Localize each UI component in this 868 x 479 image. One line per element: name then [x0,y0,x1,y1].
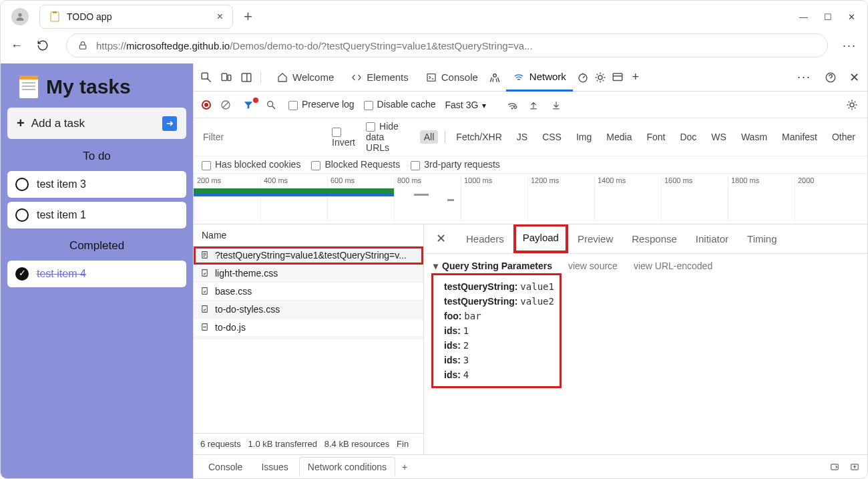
type-filter-img[interactable]: Img [572,130,596,144]
request-list-header[interactable]: Name [194,224,423,247]
help-icon[interactable] [825,71,838,84]
invert-checkbox[interactable]: Invert [332,126,355,148]
drawer-tab-network-conditions[interactable]: Network conditions [299,457,395,476]
refresh-button[interactable] [37,39,55,51]
memory-icon[interactable] [594,71,608,84]
blocked-requests-checkbox[interactable]: Blocked Requests [311,159,400,170]
clear-icon[interactable] [220,100,234,110]
request-row[interactable]: to-do.js [194,319,423,337]
search-icon[interactable] [266,100,279,110]
file-type-icon [200,251,210,259]
import-har-icon[interactable] [529,100,542,110]
type-filter-all[interactable]: All [420,130,439,144]
detail-tab-response[interactable]: Response [622,224,686,253]
svg-point-0 [18,13,21,17]
drawer-tab-issues[interactable]: Issues [253,458,296,476]
devtools-tabbar: Welcome Elements Console Network + ··· [194,63,867,92]
browser-tab[interactable]: TODO app × [39,5,233,29]
window-close-icon[interactable]: ✕ [848,12,855,22]
type-filter-manifest[interactable]: Manifest [778,130,821,144]
type-filter-js[interactable]: JS [513,130,531,144]
detail-tab-initiator[interactable]: Initiator [686,224,738,253]
drawer-expand-icon[interactable] [829,462,841,472]
window-maximize-icon[interactable]: ☐ [824,12,832,22]
profile-avatar[interactable] [11,8,29,25]
drawer-collapse-icon[interactable] [849,462,861,472]
inspect-element-icon[interactable] [200,71,214,84]
type-filter-doc[interactable]: Doc [676,130,700,144]
record-icon[interactable] [202,100,211,110]
throttling-select[interactable]: Fast 3G [445,100,497,110]
task-row[interactable]: test item 4 [7,261,186,287]
more-tabs-plus-icon[interactable]: + [629,70,642,84]
type-filter-font[interactable]: Font [642,130,669,144]
device-toolbar-icon[interactable] [220,71,234,84]
detail-tab-headers[interactable]: Headers [457,224,513,253]
waterfall-tick: 2000 [795,176,861,222]
type-filter-wasm[interactable]: Wasm [737,130,771,144]
tab-close-icon[interactable]: × [217,11,223,23]
hide-data-urls-checkbox[interactable]: Hide data URLs [366,121,409,153]
add-task-label: Add a task [31,117,85,130]
sources-icon[interactable] [489,71,502,84]
done-list: test item 4 [7,261,186,287]
dock-side-icon[interactable] [240,71,254,84]
submit-arrow-icon[interactable]: ➜ [162,116,177,131]
task-checkbox[interactable] [15,178,29,191]
type-filter-css[interactable]: CSS [538,130,566,144]
task-row[interactable]: test item 3 [7,171,186,198]
request-row[interactable]: base.css [194,283,423,301]
devtools-more-icon[interactable]: ··· [793,70,815,84]
task-label: test item 1 [37,209,86,221]
param-value: 3 [463,355,469,365]
new-tab-button[interactable]: + [238,5,258,28]
network-conditions-icon[interactable] [506,100,519,110]
tab-network[interactable]: Network [506,63,573,92]
svg-rect-28 [202,288,208,295]
tab-console[interactable]: Console [419,63,485,92]
disable-cache-checkbox[interactable]: Disable cache [364,99,436,110]
task-checkbox-checked[interactable] [15,267,29,281]
browser-tabstrip: TODO app × + — ☐ ✕ [1,1,867,33]
request-row[interactable]: ?testQueryString=value1&testQueryString=… [194,247,423,265]
blocked-cookies-checkbox[interactable]: Has blocked cookies [202,159,300,170]
request-name: to-do.js [215,322,246,333]
filter-input[interactable] [202,130,321,144]
application-icon[interactable] [612,71,625,84]
type-filter-other[interactable]: Other [828,130,859,144]
export-har-icon[interactable] [552,100,565,110]
devtools-close-icon[interactable]: ✕ [847,70,861,85]
detail-tab-timing[interactable]: Timing [738,224,786,253]
window-minimize-icon[interactable]: — [799,12,808,22]
preserve-log-checkbox[interactable]: Preserve log [288,99,355,110]
view-url-encoded-link[interactable]: view URL-encoded [634,261,712,271]
tab-favicon-icon [49,11,60,22]
back-button[interactable]: ← [7,39,26,53]
type-filter-ws[interactable]: WS [707,130,730,144]
drawer-add-tab-icon[interactable]: + [398,462,411,472]
waterfall-overview[interactable]: 200 ms400 ms600 ms800 ms1000 ms1200 ms14… [194,174,867,224]
performance-icon[interactable] [577,71,590,84]
add-task-button[interactable]: + Add a task ➜ [7,108,186,139]
browser-menu-icon[interactable]: ··· [839,39,861,53]
tab-elements[interactable]: Elements [345,63,415,92]
network-toolbar: Preserve log Disable cache Fast 3G [194,92,867,118]
view-source-link[interactable]: view source [568,261,618,271]
type-filter-media[interactable]: Media [602,130,636,144]
app-title: My tasks [46,75,131,98]
detail-tab-preview[interactable]: Preview [568,224,622,253]
query-params-header[interactable]: Query String Parameters [433,261,552,271]
address-bar[interactable]: https://microsoftedge.github.io/Demos/de… [66,33,828,57]
request-row[interactable]: light-theme.css [194,265,423,283]
detail-close-icon[interactable]: ✕ [429,231,453,246]
tab-welcome[interactable]: Welcome [270,63,341,92]
filter-icon[interactable] [243,100,256,110]
drawer-tab-console[interactable]: Console [200,458,250,476]
detail-tab-payload[interactable]: Payload [513,224,568,253]
third-party-checkbox[interactable]: 3rd-party requests [411,159,500,170]
type-filter-fetchxhr[interactable]: Fetch/XHR [452,130,505,144]
task-row[interactable]: test item 1 [7,202,186,228]
request-row[interactable]: to-do-styles.css [194,301,423,319]
network-settings-icon[interactable] [846,99,859,111]
task-checkbox[interactable] [15,208,29,222]
